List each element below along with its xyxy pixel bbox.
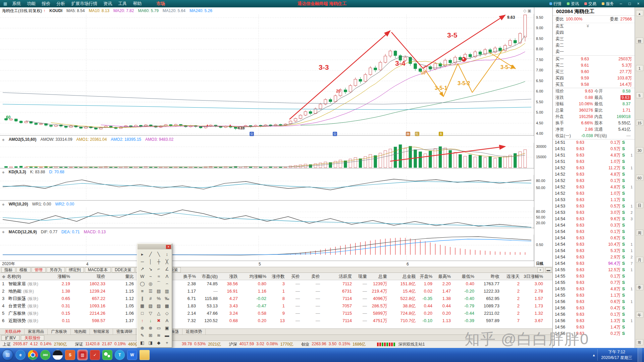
draw-tool-icon[interactable]: ◎ [147,280,155,287]
column-header-3日涨幅%[interactable]: 3日涨幅% [522,273,545,280]
draw-tool-icon[interactable]: ⊗ [147,324,155,331]
draw-tool-icon[interactable]: ↘ [147,265,155,273]
column-header-量比[interactable]: 量比 [107,273,136,280]
period-button-年[interactable]: 年 [636,312,643,318]
ask-row[interactable]: 卖五¥ [553,23,635,29]
column-header-开盘%[interactable]: 开盘% [418,273,434,280]
maximize-button[interactable]: □ [625,1,634,6]
bid-row[interactable]: 买五9.5814.4万 [553,81,635,88]
column-header-最高%[interactable]: 最高% [434,273,453,280]
assoc-tab-关联报价[interactable]: 关联报价 [21,335,44,341]
draw-tool-icon[interactable]: ⌢ [163,280,171,287]
draw-tool-icon[interactable]: ⌐ [155,265,163,273]
column-header-卖价[interactable]: 卖价 [302,273,322,280]
period-label[interactable]: 日线 [536,261,543,266]
draw-tool-icon[interactable]: ▦ [138,302,147,309]
draw-tool-icon[interactable]: ◨ [147,339,155,346]
draw-tool-icon[interactable]: % [155,295,163,302]
tab-另存为[interactable]: 另存为 [47,267,65,273]
bottom-tab-关联品种[interactable]: 关联品种 [1,329,24,335]
event-icon[interactable]: 公 [250,132,254,136]
draw-tool-icon[interactable]: Λ [163,273,171,280]
menu-item-报价[interactable]: 报价 [39,1,53,7]
period-button-60[interactable]: 60 [636,175,643,181]
menu-item-资讯[interactable]: 资讯 [100,1,115,7]
drawing-toolbar-titlebar[interactable]: ✕ [138,244,172,249]
draw-tool-icon[interactable]: ⌒ [155,280,163,287]
ask-row[interactable]: 卖二 [553,42,635,49]
chrome-icon[interactable] [28,350,38,360]
bottom-tab-广东板块[interactable]: 广东板块 [48,329,71,335]
close-icon[interactable]: ✕ [166,245,171,249]
draw-tool-icon[interactable]: ↕ [163,250,171,258]
draw-tool-icon[interactable]: △ [155,309,163,317]
ask-row[interactable]: 卖四 [553,29,635,36]
bottom-tab-近期强势[interactable]: 近期强势 [182,329,206,335]
draw-tool-icon[interactable]: ✎ [138,331,147,339]
taskbar-clock[interactable]: 下午 7:12 2020/6/17 星期三 [597,349,636,361]
draw-tool-icon[interactable]: + [163,339,171,346]
event-icon[interactable]: 公 [333,132,337,136]
chart-corner-icons[interactable]: ◇ ▣ [523,8,531,13]
menu-quick-服务[interactable]: 服务 [599,1,616,7]
tab-DDE决策[interactable]: DDE决策 [112,267,134,273]
draw-tool-icon[interactable]: ⊕ [138,324,147,331]
draw-tool-icon[interactable]: ◧ [138,339,147,346]
draw-tool-icon[interactable]: ┼ [155,258,163,265]
draw-tool-icon[interactable]: ∠ [163,265,171,273]
tick-list[interactable]: 14:519.630.1万S14:519.630.5万S14:519.634.8… [553,139,635,337]
draw-tool-icon[interactable]: ▥ [163,287,171,295]
column-header-总量[interactable]: 总量 [369,273,389,280]
draw-tool-icon[interactable]: ▨ [155,302,163,309]
bid-row[interactable]: 买二9.615.3万 [553,62,635,69]
event-icon[interactable]: $ [439,132,443,136]
menu-item-market[interactable]: 市场 [153,1,168,7]
tab-模板[interactable]: 模板 [16,267,31,273]
assoc-tab-扩展V[interactable]: 扩展V [1,335,19,341]
tab-绑定到[interactable]: 绑定到 [66,267,84,273]
draw-tool-icon[interactable]: ▭ [155,324,163,331]
period-button-5[interactable]: 5 [636,92,643,98]
tab-管理[interactable]: 管理 [32,267,46,273]
period-button-▴[interactable]: ▴ [636,10,643,16]
draw-tool-icon[interactable]: ▧ [147,302,155,309]
bid-row[interactable]: 买一9.632503万 [553,56,635,62]
bottom-tab-家居用品[interactable]: 家居用品 [24,329,48,335]
menu-item-工具[interactable]: 工具 [115,1,130,7]
draw-tool-icon[interactable]: ╱ [147,250,155,258]
draw-tool-icon[interactable]: ▩ [163,302,171,309]
draw-tool-icon[interactable]: ↑ [138,317,147,324]
wechat-icon[interactable] [102,350,112,360]
column-header-买价[interactable]: 买价 [287,273,302,280]
index-segment[interactable]: 沪深4017.593.020.08%1770亿 [229,342,293,347]
column-header-市盈(动)[interactable]: 市盈(动) [198,273,220,280]
period-button-月[interactable]: 月 [636,257,643,263]
draw-tool-icon[interactable]: □ [138,309,147,317]
bid-row[interactable]: 买四9.59103.8万 [553,75,635,81]
period-button-30[interactable]: 30 [636,147,643,153]
draw-tool-icon[interactable]: ◯ [138,280,147,287]
qq-icon[interactable] [53,350,63,360]
column-header-现价[interactable]: 现价 [72,273,107,280]
wps-icon[interactable]: W [127,350,137,360]
draw-tool-icon[interactable]: ~ [147,273,155,280]
column-header-总金额[interactable]: 总金额 [389,273,418,280]
draw-tool-icon[interactable]: ≈ [155,273,163,280]
menu-item-功能[interactable]: 功能 [24,1,39,7]
column-header-连涨天[interactable]: 连涨天 [501,273,522,280]
bottom-tab-地热能[interactable]: 地热能 [71,329,90,335]
index-segment[interactable]: 创业2263.963.500.15%1686亿 [301,342,365,347]
draw-tool-icon[interactable]: ▬ [163,331,171,339]
minimize-button[interactable]: – [616,1,625,6]
360-icon[interactable]: 360 [40,350,50,360]
table-row[interactable]: 4台资背景(板块)0.311093.161.050.021.8353.133.4… [0,302,552,310]
draw-tool-icon[interactable]: │ [147,258,155,265]
draw-tool-icon[interactable]: ≡ [138,287,147,295]
period-button-季[interactable]: 季 [636,284,643,290]
period-button-筹[interactable]: 筹 [636,339,643,345]
period-button-日[interactable]: 日 [636,202,643,208]
table-row[interactable]: 6近期强势(板块)0.11598.571.370.057.32120.520.6… [0,317,552,324]
start-button[interactable]: ⊞ [2,349,13,361]
event-icon[interactable]: 融 [406,132,410,136]
bid-row[interactable]: 买三9.6027.7万 [553,69,635,75]
